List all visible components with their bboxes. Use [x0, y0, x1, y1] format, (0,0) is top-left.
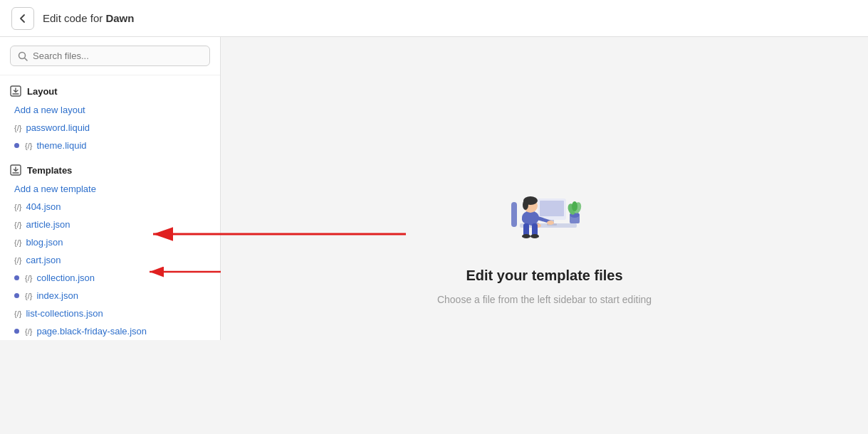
cart-file: cart.json — [26, 255, 61, 265]
sidebar-wrapper: Layout Add a new layout {/} password.liq… — [0, 37, 221, 434]
liquid-icon: {/} — [14, 256, 21, 265]
download-icon — [10, 85, 21, 97]
svg-point-27 — [522, 234, 530, 238]
layout-label: Layout — [27, 86, 58, 97]
svg-point-17 — [572, 201, 577, 211]
main-layout: Layout Add a new layout {/} password.liq… — [0, 37, 868, 434]
liquid-icon: {/} — [14, 221, 21, 229]
search-input[interactable] — [33, 51, 202, 61]
sidebar-item-index[interactable]: {/} index.json — [0, 287, 220, 305]
sidebar-item-blog[interactable]: {/} blog.json — [0, 233, 220, 251]
sidebar-item-list-collections[interactable]: {/} list-collections.json — [0, 305, 220, 322]
sidebar: Layout Add a new layout {/} password.liq… — [0, 37, 221, 340]
blog-file: blog.json — [26, 237, 63, 248]
sidebar-item-collection[interactable]: {/} collection.json — [0, 269, 220, 287]
svg-rect-10 — [540, 201, 564, 216]
collection-file: collection.json — [36, 272, 95, 283]
add-layout-link[interactable]: Add a new layout — [0, 101, 220, 119]
liquid-icon: {/} — [25, 292, 32, 300]
templates-label: Templates — [27, 165, 72, 176]
svg-line-1 — [25, 58, 28, 60]
article-file: article.json — [26, 219, 70, 230]
content-title: Edit your template files — [466, 268, 622, 284]
sidebar-item-password[interactable]: {/} password.liquid — [0, 119, 220, 137]
liquid-icon: {/} — [25, 142, 32, 150]
liquid-icon: {/} — [25, 327, 32, 336]
404-file: 404.json — [26, 201, 61, 212]
liquid-icon: {/} — [14, 203, 21, 211]
liquid-icon: {/} — [14, 309, 21, 318]
svg-rect-18 — [511, 202, 517, 227]
theme-liquid-file: theme.liquid — [36, 140, 86, 151]
add-template-text: Add a new template — [14, 184, 96, 194]
search-area — [0, 37, 220, 75]
content-subtitle: Choose a file from the left sidebar to s… — [437, 294, 652, 305]
add-template-link[interactable]: Add a new template — [0, 180, 220, 198]
add-layout-text: Add a new layout — [14, 105, 85, 115]
illustration — [498, 166, 591, 252]
content-area: Edit your template files Choose a file f… — [221, 37, 868, 434]
svg-point-24 — [547, 221, 554, 225]
search-icon — [18, 51, 28, 61]
liquid-icon: {/} — [25, 274, 32, 282]
sidebar-item-article[interactable]: {/} article.json — [0, 216, 220, 233]
download-icon-templates — [10, 164, 21, 176]
modified-dot — [14, 143, 19, 148]
modified-dot — [14, 329, 19, 334]
liquid-icon: {/} — [14, 124, 21, 132]
svg-point-28 — [530, 234, 539, 238]
sidebar-item-page-black-friday[interactable]: {/} page.black-friday-sale.json — [0, 322, 220, 340]
liquid-icon: {/} — [14, 238, 21, 247]
search-box — [10, 46, 210, 66]
layout-section-header: Layout — [0, 75, 220, 101]
sidebar-scroll[interactable]: Layout Add a new layout {/} password.liq… — [0, 75, 220, 340]
sidebar-item-theme[interactable]: {/} theme.liquid — [0, 137, 220, 154]
back-button[interactable] — [11, 7, 34, 30]
svg-point-22 — [523, 200, 528, 210]
list-collections-file: list-collections.json — [26, 308, 103, 319]
page-black-friday-file: page.black-friday-sale.json — [36, 326, 147, 337]
index-file: index.json — [36, 290, 78, 301]
header-title: Edit code for Dawn — [43, 12, 134, 24]
header: Edit code for Dawn — [0, 0, 868, 37]
back-arrow-icon — [18, 14, 28, 23]
modified-dot — [14, 293, 19, 298]
modified-dot — [14, 275, 19, 280]
sidebar-item-cart[interactable]: {/} cart.json — [0, 251, 220, 269]
password-liquid-file: password.liquid — [26, 122, 90, 133]
templates-section-header: Templates — [0, 154, 220, 180]
sidebar-item-404[interactable]: {/} 404.json — [0, 198, 220, 216]
